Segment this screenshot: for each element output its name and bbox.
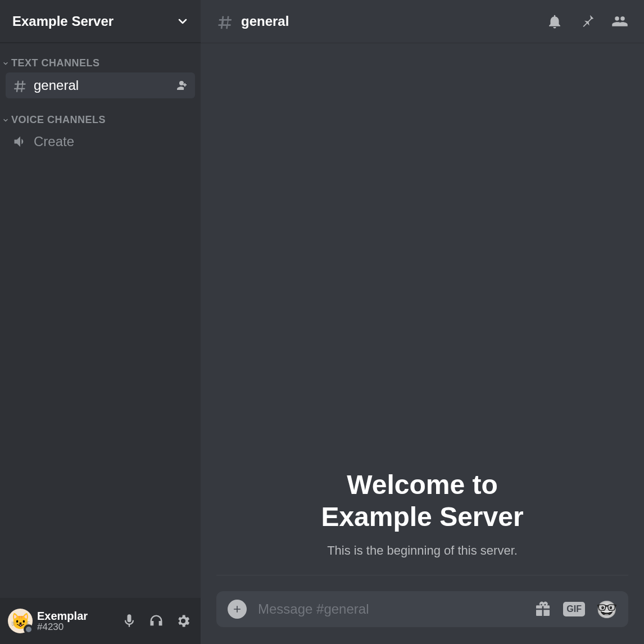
channel-general[interactable]: general <box>6 72 195 98</box>
emoji-picker-button[interactable]: 🤓 <box>596 600 617 619</box>
channels-sidebar: Example Server TEXT CHANNELS general VOI… <box>0 0 201 644</box>
hash-icon <box>216 12 234 30</box>
status-indicator <box>24 624 34 634</box>
gear-icon <box>175 613 191 629</box>
mute-button[interactable] <box>120 611 139 631</box>
chevron-down-icon <box>176 15 189 28</box>
chevron-down-icon <box>2 60 9 67</box>
channel-list: TEXT CHANNELS general VOICE CHANNELS Cre… <box>0 43 201 598</box>
messages-area: Welcome to Example Server This is the be… <box>201 43 644 587</box>
speaker-icon <box>12 134 28 149</box>
settings-button[interactable] <box>174 611 193 631</box>
welcome-heading-line1: Welcome to <box>216 469 628 501</box>
message-composer: GIF 🤓 <box>216 591 628 627</box>
user-panel: 😺 Exemplar #4230 <box>0 598 201 644</box>
avatar[interactable]: 😺 <box>8 609 33 633</box>
user-name: Exemplar <box>37 610 115 622</box>
message-input[interactable] <box>258 601 523 617</box>
welcome-subtitle: This is the beginning of this server. <box>216 543 628 558</box>
gif-button[interactable]: GIF <box>563 602 585 616</box>
bell-icon <box>546 13 563 30</box>
pin-icon <box>579 13 596 30</box>
notifications-button[interactable] <box>546 13 563 30</box>
member-list-button[interactable] <box>611 13 628 30</box>
channel-name-label: general <box>34 78 175 93</box>
welcome-heading-line2: Example Server <box>216 501 628 533</box>
voice-channel-create[interactable]: Create <box>6 129 195 154</box>
voice-channel-label: Create <box>34 134 74 149</box>
microphone-icon <box>121 613 137 629</box>
members-icon <box>611 13 628 30</box>
chevron-down-icon <box>2 117 9 124</box>
headphones-icon <box>148 613 164 629</box>
voice-channels-label: VOICE CHANNELS <box>11 114 106 126</box>
pinned-messages-button[interactable] <box>579 13 596 30</box>
add-member-icon[interactable] <box>175 79 188 92</box>
server-dropdown[interactable]: Example Server <box>0 0 201 43</box>
text-channels-label: TEXT CHANNELS <box>11 57 100 69</box>
channel-title: general <box>241 13 546 29</box>
hash-icon <box>12 78 28 93</box>
gift-icon <box>534 600 552 618</box>
channel-header: general <box>201 0 644 43</box>
plus-icon <box>232 604 243 615</box>
attach-button[interactable] <box>228 600 247 619</box>
text-channels-category[interactable]: TEXT CHANNELS <box>0 57 201 69</box>
gift-button[interactable] <box>534 600 552 618</box>
voice-channels-category[interactable]: VOICE CHANNELS <box>0 114 201 126</box>
welcome-block: Welcome to Example Server This is the be… <box>216 469 628 575</box>
deafen-button[interactable] <box>147 611 166 631</box>
main-column: general Welcome to Example Server This i… <box>201 0 644 644</box>
server-name: Example Server <box>12 13 114 29</box>
user-tag: #4230 <box>37 622 115 633</box>
user-info[interactable]: Exemplar #4230 <box>37 610 115 633</box>
